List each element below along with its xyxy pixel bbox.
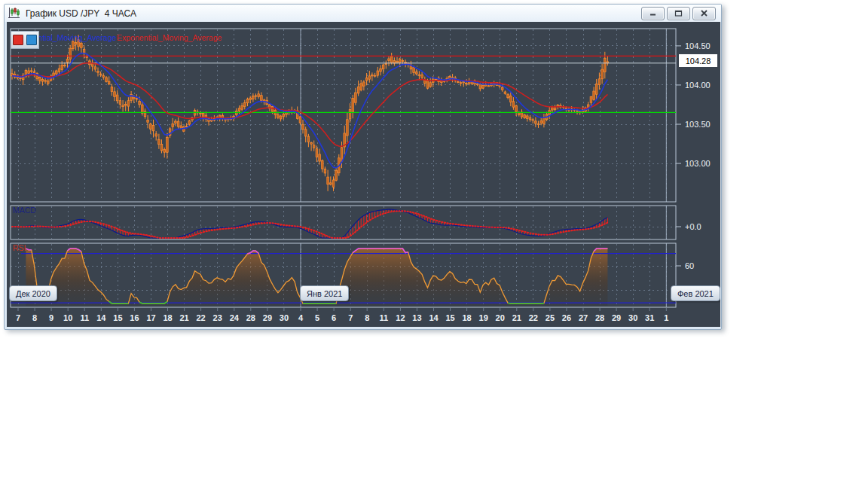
chart-window: График USD /JPY 4 ЧАСА 104.5 [4, 4, 722, 330]
svg-text:17: 17 [146, 313, 155, 322]
svg-text:28: 28 [595, 313, 604, 322]
titlebar[interactable]: График USD /JPY 4 ЧАСА [5, 5, 721, 22]
svg-text:23: 23 [213, 313, 222, 322]
close-icon [700, 10, 708, 17]
price-axis-labels: 104.50104.00103.50103.00+0.060 [685, 41, 711, 270]
gridlines [11, 29, 676, 307]
candlestick-series [11, 35, 609, 191]
svg-text:104.50: 104.50 [685, 41, 711, 50]
svg-text:16: 16 [130, 313, 139, 322]
svg-text:19: 19 [479, 313, 488, 322]
close-button[interactable] [692, 7, 716, 20]
svg-text:27: 27 [579, 313, 588, 322]
chart-app-icon [8, 7, 21, 20]
svg-text:24: 24 [230, 313, 240, 322]
svg-text:11: 11 [379, 313, 388, 322]
svg-text:22: 22 [529, 313, 538, 322]
legend-ema-red: Exponential_Moving_Average [117, 33, 222, 42]
svg-text:31: 31 [645, 313, 654, 322]
month-label-dec: Дек 2020 [9, 285, 57, 301]
svg-text:10: 10 [63, 313, 72, 322]
svg-text:8: 8 [32, 313, 37, 322]
svg-text:12: 12 [396, 313, 405, 322]
maximize-button[interactable] [667, 7, 690, 20]
svg-text:14: 14 [429, 313, 439, 322]
red-square-button[interactable] [13, 35, 23, 45]
svg-text:21: 21 [179, 313, 188, 322]
chart-object-buttons [11, 31, 39, 49]
svg-text:7: 7 [16, 313, 20, 322]
svg-text:11: 11 [80, 313, 89, 322]
svg-text:30: 30 [628, 313, 637, 322]
svg-text:25: 25 [546, 313, 555, 322]
chart-client-area: 104.50104.00103.50103.00+0.0607891011141… [7, 22, 720, 327]
panel-border [11, 206, 676, 239]
svg-text:4: 4 [298, 313, 304, 322]
svg-text:7: 7 [348, 313, 353, 322]
svg-text:18: 18 [462, 313, 471, 322]
svg-text:29: 29 [263, 313, 272, 322]
svg-text:26: 26 [562, 313, 571, 322]
rsi-panel-label: RSI [13, 243, 26, 252]
svg-text:22: 22 [196, 313, 205, 322]
svg-text:104.00: 104.00 [685, 81, 711, 90]
svg-text:6: 6 [332, 313, 336, 322]
svg-text:9: 9 [49, 313, 53, 322]
time-axis-labels: 7891011141516171821222324282930456781112… [16, 313, 668, 322]
svg-text:103.50: 103.50 [685, 120, 711, 129]
macd-panel-label: MACD [13, 206, 36, 215]
svg-text:29: 29 [612, 313, 621, 322]
panel-border [11, 29, 676, 202]
svg-text:13: 13 [412, 313, 421, 322]
minimize-icon [649, 10, 657, 17]
svg-text:60: 60 [685, 261, 694, 270]
maximize-icon [674, 10, 683, 17]
svg-text:21: 21 [512, 313, 521, 322]
svg-text:+0.0: +0.0 [685, 222, 701, 231]
svg-text:8: 8 [365, 313, 369, 322]
svg-text:15: 15 [445, 313, 454, 322]
window-title: График USD /JPY 4 ЧАСА [26, 8, 136, 19]
svg-text:30: 30 [280, 313, 289, 322]
month-label-jan: Янв 2021 [300, 285, 349, 301]
svg-text:5: 5 [315, 313, 319, 322]
svg-text:1: 1 [664, 313, 668, 322]
svg-text:15: 15 [113, 313, 122, 322]
current-price-badge: 104.28 [679, 54, 717, 67]
minimize-button[interactable] [641, 7, 665, 20]
month-label-feb: Фев 2021 [671, 285, 720, 301]
blue-square-button[interactable] [26, 35, 37, 45]
svg-text:20: 20 [496, 313, 505, 322]
price-chart[interactable]: 104.50104.00103.50103.00+0.0607891011141… [7, 22, 720, 327]
svg-text:18: 18 [163, 313, 172, 322]
svg-text:28: 28 [246, 313, 255, 322]
svg-text:103.00: 103.00 [685, 159, 711, 168]
svg-text:14: 14 [96, 313, 106, 322]
